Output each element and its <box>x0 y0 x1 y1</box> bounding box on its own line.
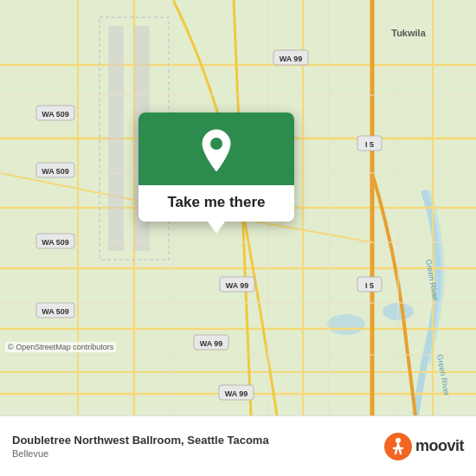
svg-point-54 <box>396 438 401 443</box>
moovit-text: moovit <box>415 437 464 455</box>
svg-text:I 5: I 5 <box>365 281 374 290</box>
svg-text:WA 509: WA 509 <box>42 167 69 176</box>
location-popup: Take me there <box>138 113 294 222</box>
map-attribution: © OpenStreetMap contributors <box>5 342 116 352</box>
location-info: Doubletree Northwest Ballroom, Seattle T… <box>12 434 384 459</box>
svg-text:Tukwila: Tukwila <box>391 28 426 38</box>
svg-text:WA 99: WA 99 <box>280 55 303 63</box>
svg-text:WA 99: WA 99 <box>200 339 223 348</box>
svg-text:WA 509: WA 509 <box>42 307 69 316</box>
svg-text:WA 509: WA 509 <box>42 110 69 119</box>
popup-header <box>138 113 294 185</box>
svg-text:I 5: I 5 <box>365 140 374 149</box>
bottom-bar: Doubletree Northwest Ballroom, Seattle T… <box>0 415 476 476</box>
location-subtitle: Bellevue <box>12 448 384 459</box>
moovit-logo: moovit <box>384 433 464 460</box>
svg-text:WA 99: WA 99 <box>225 389 248 398</box>
svg-text:WA 99: WA 99 <box>226 281 249 290</box>
location-title: Doubletree Northwest Ballroom, Seattle T… <box>12 434 384 447</box>
location-pin-icon <box>197 128 235 173</box>
svg-text:WA 509: WA 509 <box>42 238 69 247</box>
popup-tail <box>208 222 225 234</box>
svg-rect-17 <box>108 26 124 251</box>
take-me-there-button[interactable]: Take me there <box>138 185 294 222</box>
svg-point-52 <box>210 138 222 150</box>
svg-point-3 <box>327 314 365 335</box>
moovit-icon <box>384 433 412 460</box>
map-container: WA 99 WA 509 WA 509 WA 509 WA 509 I 5 I … <box>0 0 476 415</box>
